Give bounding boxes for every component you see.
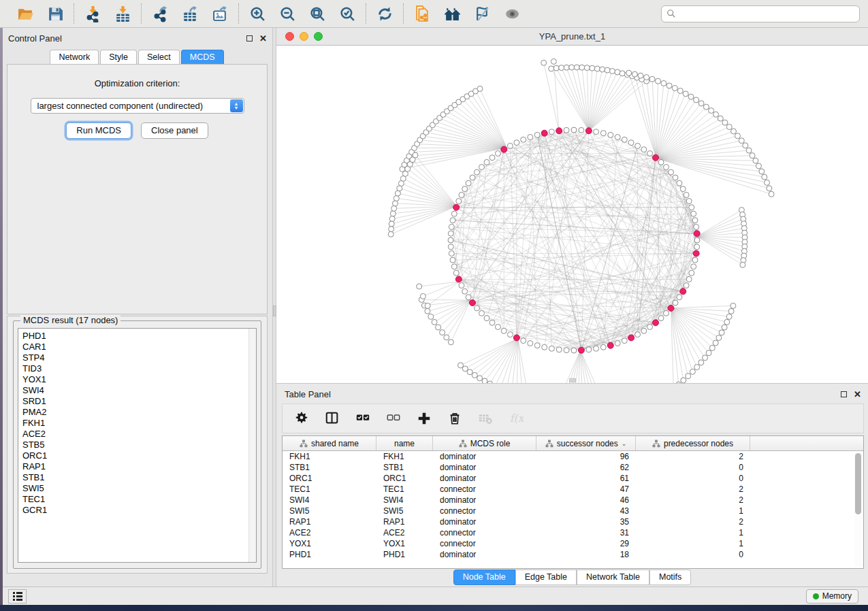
table-row[interactable]: YOX1YOX1connector291	[283, 538, 863, 549]
table-row[interactable]: FKH1FKH1dominator962	[283, 451, 863, 462]
zoom-fit-icon[interactable]	[308, 5, 326, 22]
cell-name: TEC1	[376, 484, 433, 495]
table-row[interactable]: TEC1TEC1connector472	[283, 484, 863, 495]
export-image-icon[interactable]	[211, 5, 229, 22]
cell-predecessor-nodes: 1	[636, 527, 750, 538]
mcds-result-item[interactable]: TID3	[22, 363, 256, 374]
export-network-icon[interactable]	[151, 5, 169, 22]
task-history-button[interactable]	[8, 589, 27, 604]
zoom-selected-icon[interactable]	[338, 5, 356, 22]
table-row[interactable]: RAP1RAP1dominator352	[283, 516, 863, 527]
cell-predecessor-nodes: 2	[636, 495, 750, 506]
table-row[interactable]: SWI4SWI4dominator462	[283, 495, 863, 506]
criterion-value: largest connected component (undirected)	[37, 101, 204, 111]
open-session-icon[interactable]	[16, 5, 34, 22]
criterion-label: Optimization criterion:	[7, 78, 267, 88]
column-header-predecessor-nodes[interactable]: predecessor nodes	[636, 436, 750, 450]
mcds-result-item[interactable]: YOX1	[22, 374, 256, 385]
tab-select[interactable]: Select	[138, 50, 180, 65]
table-row[interactable]: SWI5SWI5connector431	[283, 506, 863, 516]
zoom-out-icon[interactable]	[278, 5, 296, 22]
delete-table-icon	[477, 410, 494, 427]
close-panel-icon[interactable]: ✕	[259, 35, 267, 42]
table-scrollbar-thumb[interactable]	[855, 453, 861, 514]
tab-style[interactable]: Style	[100, 50, 137, 65]
float-panel-icon[interactable]	[246, 35, 253, 42]
network-canvas[interactable]	[276, 46, 868, 383]
mcds-list-scrollbar[interactable]	[248, 329, 256, 562]
mcds-result-item[interactable]: TEC1	[22, 494, 256, 505]
add-column-icon[interactable]	[416, 410, 432, 427]
mcds-result-item[interactable]: RAP1	[22, 461, 256, 472]
table-row[interactable]: STB1STB1dominator620	[283, 462, 863, 473]
cell-name: PHD1	[376, 549, 433, 560]
column-header-shared-name[interactable]: shared name	[283, 436, 376, 450]
table-scrollbar[interactable]	[854, 452, 862, 567]
mcds-result-item[interactable]: SWI4	[22, 385, 256, 396]
mcds-result-item[interactable]: CAR1	[22, 342, 256, 352]
home-icon[interactable]	[443, 5, 461, 22]
horizontal-splitter-grip[interactable]	[569, 378, 576, 382]
export-table-icon[interactable]	[181, 5, 199, 22]
tab-edge-table[interactable]: Edge Table	[515, 569, 577, 585]
split-view-icon[interactable]	[324, 410, 340, 427]
settings-icon[interactable]	[293, 410, 310, 427]
cell-predecessor-nodes: 2	[636, 484, 750, 495]
table-row[interactable]: ORC1ORC1dominator610	[283, 473, 863, 484]
cell-shared-name: RAP1	[283, 516, 376, 527]
delete-column-icon[interactable]	[447, 410, 463, 427]
mcds-result-item[interactable]: STB5	[22, 440, 256, 450]
tab-node-table[interactable]: Node Table	[453, 569, 515, 585]
status-bar: Memory	[3, 587, 868, 605]
tab-network[interactable]: Network	[50, 50, 99, 65]
column-header-MCDS-role[interactable]: MCDS role	[433, 436, 536, 450]
mcds-result-item[interactable]: STP4	[22, 352, 256, 363]
network-titlebar: YPA_prune.txt_1	[276, 28, 868, 46]
import-network-icon[interactable]	[84, 5, 101, 22]
cell-predecessor-nodes: 2	[636, 451, 750, 462]
select-all-icon[interactable]	[355, 410, 371, 427]
table-row[interactable]: ACE2ACE2connector311	[283, 527, 863, 538]
cell-MCDS-role: dominator	[433, 473, 536, 484]
cell-MCDS-role: connector	[433, 506, 536, 516]
mcds-result-item[interactable]: ORC1	[22, 450, 256, 461]
table-close-icon[interactable]: ✕	[854, 391, 861, 397]
deselect-all-icon[interactable]	[385, 410, 402, 427]
close-panel-button[interactable]: Close panel	[141, 122, 208, 139]
cell-MCDS-role: dominator	[433, 462, 536, 473]
mcds-result-item[interactable]: ACE2	[22, 429, 256, 440]
network-graph-svg[interactable]	[276, 46, 868, 383]
select-stepper-icon: ▲▼	[230, 99, 243, 112]
memory-button[interactable]: Memory	[806, 589, 858, 604]
cell-successor-nodes: 46	[536, 495, 636, 506]
run-mcds-button[interactable]: Run MCDS	[66, 122, 131, 139]
mcds-result-item[interactable]: GCR1	[22, 505, 256, 516]
tab-network-table[interactable]: Network Table	[577, 569, 649, 585]
mcds-result-item[interactable]: SWI5	[22, 483, 256, 494]
tab-motifs[interactable]: Motifs	[649, 569, 691, 585]
network-file-icon[interactable]	[413, 5, 431, 22]
table-float-icon[interactable]	[841, 391, 847, 397]
mcds-result-item[interactable]: SRD1	[22, 396, 256, 407]
cell-shared-name: FKH1	[283, 451, 376, 462]
show-hide-icon[interactable]	[503, 5, 521, 22]
column-header-successor-nodes[interactable]: successor nodes⌄	[536, 436, 636, 450]
mcds-result-item[interactable]: PMA2	[22, 407, 256, 418]
criterion-select[interactable]: largest connected component (undirected)…	[31, 98, 244, 114]
mcds-result-item[interactable]: FKH1	[22, 418, 256, 429]
zoom-in-icon[interactable]	[248, 5, 266, 22]
search-input[interactable]	[661, 5, 860, 22]
tab-mcds[interactable]: MCDS	[181, 50, 224, 65]
mcds-result-item[interactable]: PHD1	[22, 331, 256, 342]
column-header-name[interactable]: name	[376, 436, 433, 450]
cell-shared-name: PHD1	[283, 549, 376, 560]
cell-MCDS-role: connector	[433, 484, 536, 495]
import-table-icon[interactable]	[114, 5, 131, 22]
mcds-result-item[interactable]: STB1	[22, 472, 256, 483]
save-session-icon[interactable]	[46, 5, 64, 22]
refresh-icon[interactable]	[376, 5, 393, 22]
cell-predecessor-nodes: 0	[636, 462, 750, 473]
table-row[interactable]: PHD1PHD1dominator180	[283, 549, 863, 560]
cell-successor-nodes: 31	[536, 527, 636, 538]
graphics-details-icon[interactable]	[473, 5, 491, 22]
